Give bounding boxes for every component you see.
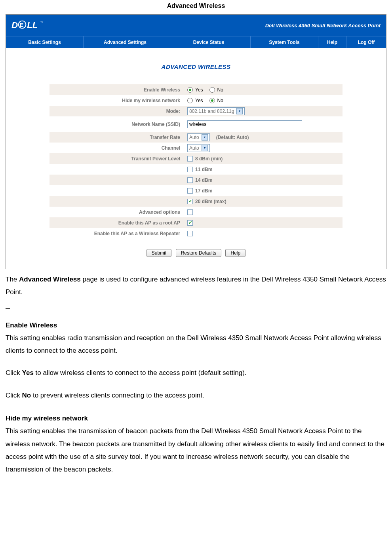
label-hide-network: Hide my wireless network <box>49 98 187 103</box>
checkbox-tx-11dbm[interactable] <box>187 167 193 172</box>
paragraph: This setting enables the transmission of… <box>6 425 386 476</box>
submit-button[interactable]: Submit <box>147 249 171 257</box>
select-channel-value: Auto <box>189 145 199 151</box>
radio-hide-network-yes[interactable] <box>187 98 193 103</box>
radio-label-yes: Yes <box>195 98 203 103</box>
restore-defaults-button[interactable]: Restore Defaults <box>176 249 221 257</box>
nav-basic-settings[interactable]: Basic Settings <box>6 36 84 48</box>
advanced-wireless-form: Enable Wireless Yes No Hide my wireless … <box>49 84 343 257</box>
radio-label-yes: Yes <box>195 87 203 93</box>
product-name: Dell Wireless 4350 Small Network Access … <box>265 23 381 29</box>
select-mode[interactable]: 802.11b and 802.11g ▾ <box>187 107 245 115</box>
select-channel[interactable]: Auto ▾ <box>187 144 210 152</box>
select-rate-value: Auto <box>189 135 199 140</box>
nav-advanced-settings[interactable]: Advanced Settings <box>84 36 167 48</box>
input-ssid[interactable] <box>187 120 302 128</box>
checkbox-wireless-repeater[interactable] <box>187 231 193 236</box>
dell-logo: D E LL ™ <box>11 20 63 31</box>
checkbox-tx-17dbm[interactable] <box>187 188 193 194</box>
paragraph: Click No to prevent wireless clients con… <box>6 389 386 402</box>
radio-enable-wireless-no[interactable] <box>209 87 215 93</box>
intro-paragraph: The Advanced Wireless page is used to co… <box>6 273 386 299</box>
nav-help[interactable]: Help <box>318 36 346 48</box>
nav-device-status[interactable]: Device Status <box>167 36 251 48</box>
chevron-down-icon: ▾ <box>236 108 243 114</box>
checkbox-tx-20dbm[interactable]: ✔ <box>187 199 193 204</box>
checkbox-tx-14dbm[interactable] <box>187 177 193 183</box>
svg-text:™: ™ <box>40 21 43 24</box>
checkbox-root-ap[interactable]: ✔ <box>187 220 193 226</box>
page-title: Advanced Wireless <box>0 2 392 10</box>
svg-text:LL: LL <box>27 20 38 30</box>
tx-power-opt: 11 dBm <box>195 167 212 172</box>
svg-text:E: E <box>20 21 24 28</box>
tx-power-opt: 8 dBm (min) <box>195 156 223 162</box>
select-mode-value: 802.11b and 802.11g <box>189 108 234 114</box>
radio-enable-wireless-yes[interactable] <box>187 87 193 93</box>
chevron-down-icon: ▾ <box>202 134 208 141</box>
label-ssid: Network Name (SSID) <box>49 122 187 127</box>
tx-power-opt: 14 dBm <box>195 177 212 183</box>
label-tx-power: Transmit Power Level <box>49 156 187 162</box>
label-wireless-repeater: Enable this AP as a Wireless Repeater <box>49 231 187 236</box>
radio-hide-network-no[interactable] <box>209 98 215 103</box>
router-nav: Basic Settings Advanced Settings Device … <box>6 36 386 48</box>
router-screenshot: D E LL ™ Dell Wireless 4350 Small Networ… <box>6 14 386 269</box>
paragraph: Click Yes to allow wireless clients to c… <box>6 367 386 379</box>
radio-label-no: No <box>217 98 223 103</box>
checkbox-tx-8dbm[interactable] <box>187 156 193 162</box>
label-advanced-options: Advanced options <box>49 209 187 215</box>
divider <box>6 308 10 309</box>
label-mode: Mode: <box>49 108 187 114</box>
section-title: ADVANCED WIRELESS <box>14 63 378 70</box>
checkbox-advanced-options[interactable] <box>187 209 193 215</box>
label-enable-wireless: Enable Wireless <box>49 87 187 93</box>
chevron-down-icon: ▾ <box>202 145 208 151</box>
section-heading-enable-wireless: Enable Wireless <box>6 319 386 332</box>
nav-system-tools[interactable]: System Tools <box>251 36 318 48</box>
label-root-ap: Enable this AP as a root AP <box>49 220 187 226</box>
section-heading-hide-network: Hide my wireless network <box>6 412 386 425</box>
help-button[interactable]: Help <box>225 249 245 257</box>
nav-log-off[interactable]: Log Off <box>346 36 386 48</box>
svg-text:D: D <box>11 20 18 30</box>
paragraph: This setting enables radio transmission … <box>6 332 386 358</box>
tx-power-opt: 17 dBm <box>195 188 212 194</box>
radio-label-no: No <box>217 87 223 93</box>
select-transfer-rate[interactable]: Auto ▾ <box>187 133 210 141</box>
label-channel: Channel <box>49 145 187 151</box>
router-header: D E LL ™ Dell Wireless 4350 Small Networ… <box>6 15 386 36</box>
document-body: The Advanced Wireless page is used to co… <box>0 269 392 488</box>
label-transfer-rate: Transfer Rate <box>49 135 187 140</box>
transfer-rate-hint: (Default: Auto) <box>216 135 249 140</box>
tx-power-opt: 20 dBm (max) <box>195 199 226 204</box>
